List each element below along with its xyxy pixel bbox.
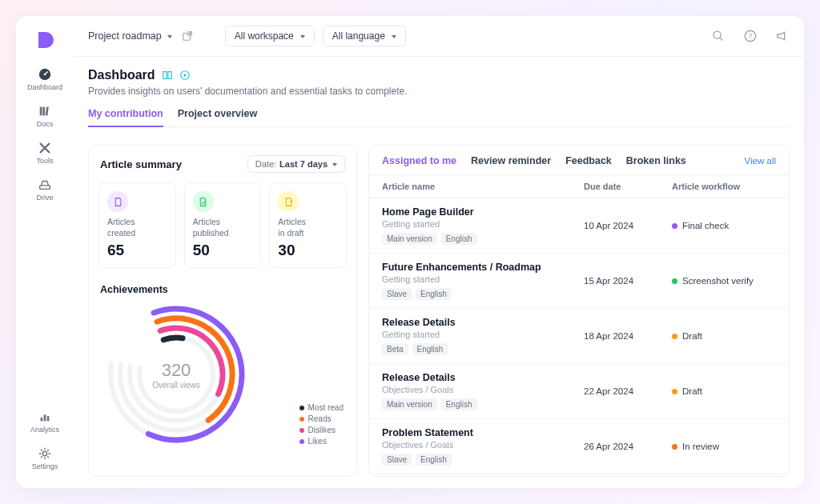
svg-rect-4 [46,106,49,115]
books-icon [38,104,52,118]
due-date: 26 Apr 2024 [584,442,672,451]
legend-item: Likes [299,437,344,446]
nav-tools[interactable]: Tools [16,136,74,170]
sidebar: Dashboard Docs Tools Drive Analytics Set… [16,16,74,488]
version-tag: Slave [382,454,412,466]
chevron-down-icon [299,30,305,42]
nav-drive[interactable]: Drive [16,173,74,206]
legend-dot-icon [299,406,304,410]
due-date: 22 Apr 2024 [584,386,672,396]
chart-icon [38,410,52,424]
svg-rect-8 [47,416,50,421]
document-edit-icon [278,191,299,212]
document-check-icon [193,191,214,212]
gear-icon [38,446,52,461]
article-title: Problem Statement [382,427,584,438]
date-range-selector[interactable]: Date: Last 7 days [247,155,345,173]
workflow-status: Screenshot verify [672,276,776,286]
table-row[interactable]: Future Enhancements / Roadmap Getting st… [369,254,789,309]
status-dot-icon [672,278,677,284]
achievements-chart: 320 Overall views [100,298,252,450]
table-row[interactable]: Release Details Objectives / Goals Main … [369,364,789,419]
svg-rect-3 [42,107,45,116]
workflow-status: Draft [672,386,776,396]
tab-review-reminder[interactable]: Review reminder [471,155,551,166]
help-icon[interactable]: ? [743,29,758,43]
version-tag: Beta [382,343,408,355]
app-logo [34,29,56,51]
document-icon [107,191,128,212]
language-filter[interactable]: All language [323,26,406,46]
version-tag: Main version [382,233,437,245]
nav-analytics[interactable]: Analytics [16,405,74,438]
article-title: Release Details [382,317,584,328]
article-category: Getting started [382,274,584,284]
legend-item: Most read [299,403,344,412]
language-tag: English [441,233,477,245]
article-summary-title: Article summary [100,158,182,170]
nav-settings[interactable]: Settings [16,442,74,475]
status-dot-icon [672,389,677,394]
svg-rect-5 [40,186,50,190]
tab-project-overview[interactable]: Project overview [178,108,257,126]
workflow-status: Final check [672,221,776,230]
stat-articles-published: Articles published 50 [184,182,262,268]
due-date: 15 Apr 2024 [584,276,672,286]
svg-point-11 [713,31,721,38]
language-tag: English [416,288,452,300]
svg-point-1 [44,74,46,76]
legend-item: Reads [299,414,344,423]
project-selector[interactable]: Project roadmap [88,30,172,42]
workspace-filter[interactable]: All workspace [225,26,315,46]
tab-assigned-to-me[interactable]: Assigned to me [382,155,456,166]
tab-my-contribution[interactable]: My contribution [88,108,163,127]
tools-icon [38,141,52,155]
chevron-down-icon [166,30,172,42]
status-dot-icon [672,444,677,450]
page-subtitle: Provides insights on users' documentatio… [88,86,790,97]
legend-item: Dislikes [299,426,344,434]
play-circle-icon[interactable] [179,70,191,81]
topbar: Project roadmap All workspace All langua… [74,16,804,57]
svg-point-9 [42,451,46,455]
version-tag: Slave [382,288,412,300]
tab-feedback[interactable]: Feedback [565,155,612,166]
nav-docs[interactable]: Docs [16,99,74,133]
table-row[interactable]: Home Page Builder Getting started Main v… [369,198,789,254]
language-tag: English [416,454,452,466]
search-icon[interactable] [711,29,726,43]
svg-rect-2 [40,107,42,116]
svg-rect-6 [41,418,43,422]
due-date: 10 Apr 2024 [584,221,672,230]
external-link-icon[interactable] [182,30,193,42]
gauge-icon [38,67,52,82]
article-title: Home Page Builder [382,206,584,218]
status-dot-icon [672,334,677,339]
table-row[interactable]: Release Details Getting started Beta Eng… [369,309,789,364]
table-row[interactable]: Objectives / Goals Objectives / Goals Ma… [369,474,789,476]
table-row[interactable]: Problem Statement Objectives / Goals Sla… [369,419,789,474]
chevron-down-icon [390,30,396,42]
stat-articles-draft: Articles in draft 30 [269,182,347,268]
legend-dot-icon [299,439,304,444]
table-header: Article name Due date Article workflow [369,175,789,198]
megaphone-icon[interactable] [775,29,790,43]
article-category: Objectives / Goals [382,440,584,450]
tab-broken-links[interactable]: Broken links [626,155,686,166]
version-tag: Main version [382,398,437,410]
status-dot-icon [672,223,677,229]
chevron-down-icon [331,159,337,169]
due-date: 18 Apr 2024 [584,331,672,341]
view-all-link[interactable]: View all [745,156,776,166]
svg-rect-7 [44,414,46,421]
achievements-title: Achievements [89,276,356,298]
drive-icon [38,178,52,192]
legend-dot-icon [299,417,304,422]
article-category: Getting started [382,330,584,339]
nav-dashboard[interactable]: Dashboard [16,62,74,96]
book-open-icon[interactable] [162,70,173,81]
svg-text:?: ? [748,32,752,40]
language-tag: English [441,398,477,410]
workflow-status: In review [672,442,776,451]
article-category: Objectives / Goals [382,385,584,394]
